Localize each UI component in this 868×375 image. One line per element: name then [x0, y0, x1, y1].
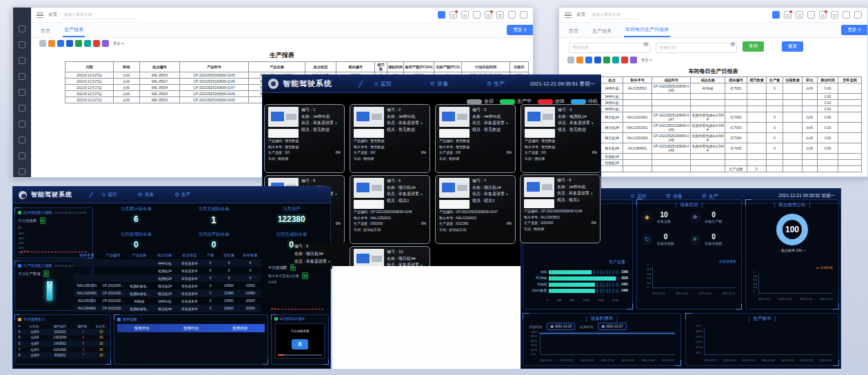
fullscreen-icon[interactable]: [842, 11, 850, 19]
table-row[interactable]: 2021-12-27 00:00:001#押出机IALC053501CP-202…: [567, 83, 862, 94]
table-row[interactable]: 电测机1#: [567, 154, 862, 160]
export-icon[interactable]: [576, 57, 583, 63]
nav-item[interactable]: ⚙设备: [138, 192, 154, 198]
export-icon[interactable]: [93, 40, 100, 47]
machine-card[interactable]: 编号 : 8 名称 : 1#押出机 状态 : 采集器设置 ● 模具 : 模具1 …: [520, 174, 600, 243]
calendar-icon[interactable]: ▦: [730, 41, 735, 47]
machine-card[interactable]: 编号 : 1 名称 : 2#押出机 状态 : 采集器设置 ● 模具 : 暂无数据…: [264, 104, 345, 173]
sidebar-icon[interactable]: [19, 26, 26, 32]
start-date-input[interactable]: ▦2021-12-20: [547, 323, 575, 330]
table-row[interactable]: 4仓库D1102222410: [15, 329, 110, 335]
end-time-input[interactable]: [656, 43, 737, 53]
device-warning-link[interactable]: 设备预警数: [719, 259, 736, 263]
table-row[interactable]: 生产总数0: [567, 166, 862, 172]
tab[interactable]: 生产报表: [63, 23, 85, 37]
more-button[interactable]: 更多 ∨: [507, 25, 533, 35]
calendar-icon[interactable]: ▦: [643, 41, 648, 47]
edit-icon[interactable]: [854, 11, 862, 19]
table-row[interactable]: 4#押出机0.00: [567, 106, 862, 112]
fullscreen-icon[interactable]: [508, 11, 516, 19]
export-icon[interactable]: [48, 40, 55, 47]
table-row[interactable]: 7仓库GG2A2922310: [15, 347, 110, 353]
sidebar-icon[interactable]: [19, 136, 26, 143]
nav-item[interactable]: ⚙生产: [702, 193, 718, 200]
edit-icon[interactable]: [520, 11, 527, 19]
table-row[interactable]: NALC020401CP-2021052...电源线有电...镦压机1#采集器异…: [74, 290, 261, 297]
apps-icon[interactable]: [438, 11, 445, 19]
table-row[interactable]: 镦压机1#NALC020401CP-20210525183839-0147电源线…: [567, 112, 862, 123]
machine-card[interactable]: 编号 : 3 名称 : 4#押出机 状态 : 采集器设置 ● 模具 : 暂无数据…: [435, 104, 516, 173]
machine-card[interactable]: 编号 : 7 名称 : 镦压机1# 状态 : 采集器设置 ● 模具 : 模具3 …: [435, 175, 516, 244]
table-row[interactable]: 5仓库EL0D1093010: [15, 335, 110, 341]
table-row[interactable]: 镦压机2#NALC052001CP-20210525183839-0146电源线…: [567, 123, 862, 133]
menu-search-input[interactable]: [62, 10, 137, 19]
search-button[interactable]: 查询: [743, 41, 764, 52]
machine-card[interactable]: 编号 : 4 名称 : 电测机1# 状态 : 采集器设置 ● 模具 : 暂无数据…: [521, 104, 601, 173]
flag-icon[interactable]: [473, 11, 481, 19]
export-icon[interactable]: [585, 57, 592, 63]
apps-icon[interactable]: [772, 11, 780, 19]
export-icon[interactable]: [57, 40, 64, 47]
sidebar-icon[interactable]: [19, 152, 26, 159]
export-icon[interactable]: [66, 40, 73, 47]
notification-icon[interactable]: [485, 11, 492, 19]
tab[interactable]: 首页: [567, 25, 580, 37]
start-time-input[interactable]: [569, 43, 650, 53]
end-date-input[interactable]: ▦2021-12-27: [598, 323, 626, 330]
table-row[interactable]: 电测机2#: [567, 160, 862, 166]
export-icon[interactable]: [621, 57, 628, 63]
nav-item[interactable]: ⊙监控: [101, 192, 117, 198]
sidebar-icon[interactable]: [19, 57, 26, 64]
export-icon[interactable]: [450, 11, 457, 19]
export-icon[interactable]: [784, 11, 791, 19]
print-icon[interactable]: [796, 11, 803, 19]
machine-card[interactable]: 编号 : 2 名称 : 3#押出机 状态 : 采集器设置 ● 模具 : 暂无数据…: [350, 104, 430, 173]
toolbar-more[interactable]: 更多 ▾: [641, 58, 652, 63]
sidebar-icon[interactable]: [19, 73, 26, 80]
tab[interactable]: 车间每日生产日报表: [624, 23, 670, 37]
columns-icon[interactable]: [496, 11, 504, 19]
sidebar-icon[interactable]: [19, 168, 26, 175]
video-close-button[interactable]: X: [292, 339, 308, 349]
tab[interactable]: 首页: [39, 25, 52, 37]
sidebar-icon[interactable]: [19, 41, 26, 48]
table-row[interactable]: 镦压机3#NALC020402CP-20210525183839-0148电源线…: [567, 133, 862, 143]
toolbar-more[interactable]: 更多 ▾: [113, 41, 123, 46]
export-icon[interactable]: [594, 57, 601, 63]
menu-search-input[interactable]: [590, 10, 638, 19]
table-row[interactable]: 6仓库F1IA2922910: [15, 341, 110, 347]
nav-item[interactable]: ⚙设备: [666, 193, 683, 200]
sidebar-icon[interactable]: [19, 105, 26, 112]
table-row[interactable]: 2#押出机0.00: [567, 94, 862, 100]
table-row[interactable]: IALC053501CP-2021052...AV线材1#押出机采集器异常020…: [74, 297, 261, 305]
table-row[interactable]: 8仓库HR32922710: [15, 352, 110, 358]
table-row[interactable]: NALC052001CP-2021052...电源线有电...镦压机2#采集器异…: [74, 282, 261, 290]
columns-icon[interactable]: [831, 11, 838, 19]
export-icon[interactable]: [75, 40, 82, 47]
table-row[interactable]: 电测机2#采集器异常000: [74, 274, 261, 282]
menu-toggle-icon[interactable]: [37, 12, 43, 18]
table-row[interactable]: 4#押出机采集器异常000: [74, 259, 261, 267]
table-row[interactable]: 镦压机4#IALC084901CP-20210525183839-0149电源线…: [567, 143, 862, 154]
video-progress-bar[interactable]: [278, 354, 322, 356]
menu-toggle-icon[interactable]: [565, 12, 572, 18]
export-icon[interactable]: [630, 57, 637, 63]
notification-icon[interactable]: [819, 11, 827, 19]
home-breadcrumb[interactable]: 首页: [576, 12, 585, 18]
table-row[interactable]: 电测机1#采集器异常000: [74, 267, 261, 274]
table-row[interactable]: IALC084901CP-2021052...电源线有电...镦压机4#采集器异…: [74, 305, 261, 312]
sidebar-icon[interactable]: [19, 89, 26, 96]
machine-card[interactable]: 编号 : 6 名称 : 镦压机2# 状态 : 采集器设置 ● 模具 : 模具2 …: [350, 175, 430, 244]
export-icon[interactable]: [84, 40, 91, 47]
export-icon[interactable]: [603, 57, 610, 63]
export-icon[interactable]: [567, 57, 574, 63]
sidebar-icon[interactable]: [19, 121, 26, 128]
tab[interactable]: 生产报表: [591, 25, 613, 37]
export-icon[interactable]: [39, 40, 46, 47]
more-button[interactable]: 更多 ∨: [841, 25, 867, 35]
reset-button[interactable]: 重置: [782, 41, 803, 52]
flag-icon[interactable]: [807, 11, 815, 19]
nav-item[interactable]: ⚙生产: [174, 192, 190, 198]
table-row[interactable]: 3#押出机0.00: [567, 100, 862, 106]
home-breadcrumb[interactable]: 首页: [48, 12, 57, 18]
